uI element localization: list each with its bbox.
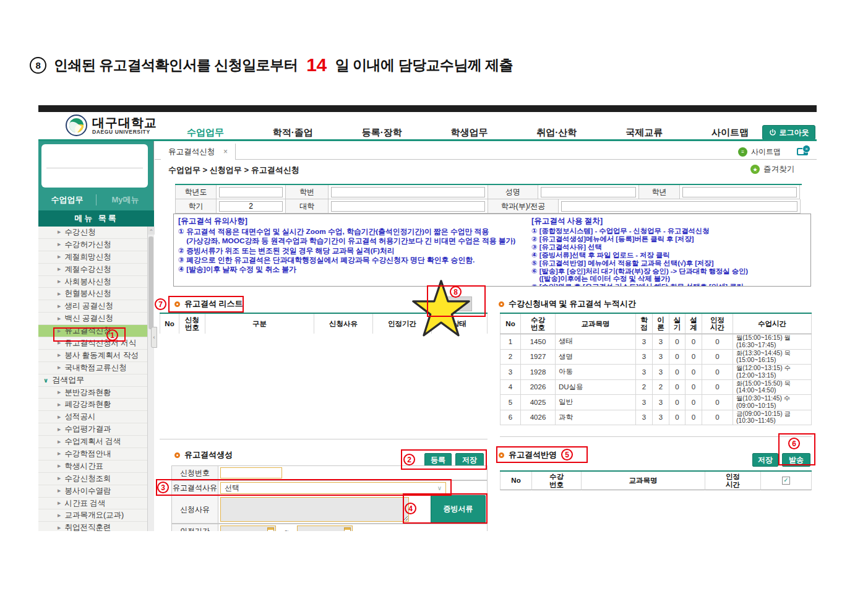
nav-item-취업·산학[interactable]: 취업·산학 (536, 127, 577, 139)
sidebar-item[interactable]: ▶봉사이수열람 (38, 485, 147, 498)
enrollment-cell: 0 (669, 395, 685, 410)
evidence-button[interactable]: 증빙서류 (431, 495, 486, 523)
enrollment-cell: 일반 (556, 395, 636, 410)
nav-item-학적·졸업[interactable]: 학적·졸업 (273, 127, 313, 139)
sidebar-collapse-handle[interactable]: ‹ (151, 327, 157, 348)
student-info-form: 학년도 학번 성명 학년 학기 대학 학과(부)/전공 (175, 184, 802, 214)
nav-item-국제교류[interactable]: 국제교류 (625, 127, 663, 139)
logout-button[interactable]: 로그아웃 (762, 125, 815, 140)
breadcrumb-row: 수업업무 > 신청업무 > 유고결석신청 ★ 즐겨찾기 (155, 160, 817, 178)
sidebar-item-label: 수업평가결과 (64, 424, 111, 435)
arrow-right-icon: ▶ (58, 353, 61, 358)
select-all-checkbox[interactable]: ✓ (782, 477, 790, 485)
sidebar-item[interactable]: ▶봉사 활동계획서 작성 (38, 350, 147, 362)
enrollment-cell: 1928 (521, 365, 556, 380)
close-icon[interactable]: × (223, 147, 228, 156)
scroll-up-icon[interactable]: ^ (148, 227, 155, 235)
apply-no-input[interactable] (220, 467, 282, 478)
register-button[interactable]: 등록 (424, 453, 452, 467)
sidebar-item[interactable]: ▶취업전직훈련 (38, 522, 147, 531)
enrollment-cell: 3 (500, 365, 521, 380)
sidebar-item[interactable]: ▶분반강좌현황 (38, 387, 147, 399)
college-input[interactable] (331, 201, 485, 212)
sidebar-item[interactable]: ∨검색업무 (38, 374, 147, 387)
name-input[interactable] (541, 187, 636, 197)
enrollment-cell: 3 (653, 365, 669, 380)
sidebar-item-label: 수강신청 (64, 227, 95, 238)
sidebar-item[interactable]: ▶계절희망신청 (38, 251, 147, 264)
nav-item-등록·장학[interactable]: 등록·장학 (362, 127, 402, 139)
university-logo[interactable]: 대구대학교 DAEGU UNIVERSITY (66, 115, 157, 136)
calendar-icon[interactable] (344, 527, 351, 531)
grade-input[interactable] (682, 187, 797, 197)
chevron-down-icon: ∨ (437, 485, 442, 491)
favorite-link[interactable]: ★ 즐겨찾기 (750, 164, 794, 175)
sidebar-item[interactable]: ▶계절수강신청 (38, 264, 147, 276)
reason-textarea[interactable] (220, 497, 409, 522)
student-id-input[interactable] (331, 187, 485, 197)
notice-cautions-lines: ① 유고결석 적용은 대면수업 및 실시간 Zoom 수업, 학습기간(출석인정… (178, 227, 525, 274)
sidebar-item[interactable]: ▶헌혈봉사신청 (38, 288, 147, 300)
sidebar-item[interactable]: ▶수강신청 (38, 227, 147, 239)
enrollment-cell: 3 (636, 365, 653, 380)
sidebar-item[interactable]: ▶수강학점안내 (38, 448, 147, 460)
arrow-right-icon: ▶ (58, 292, 61, 296)
year-input[interactable] (219, 187, 283, 197)
column-header: 실 기 (669, 314, 685, 334)
period-start-input[interactable] (220, 525, 276, 531)
sidebar-item[interactable]: ▶유고결석신청 (38, 325, 147, 337)
sidebar-item[interactable]: ▶성적공시 (38, 411, 147, 423)
arrow-right-icon: ▶ (58, 390, 61, 395)
create-save-button[interactable]: 저장 (455, 453, 484, 467)
nav-item-사이트맵[interactable]: 사이트맵 (711, 127, 749, 139)
sidebar-item[interactable]: ▶학생시간표 (38, 460, 147, 473)
arrow-right-icon: ▶ (58, 501, 61, 506)
portal-header: 대구대학교 DAEGU UNIVERSITY 수업업무학적·졸업등록·장학학생업… (38, 112, 817, 139)
sidebar-item-label: 수강신청조회 (64, 473, 111, 484)
sidebar-item[interactable]: ▶수업계획서 검색 (38, 436, 147, 448)
sidebar-item[interactable]: ▶시간표 검색 (38, 498, 147, 510)
sidebar-item-label: 취업전직훈련 (64, 522, 111, 531)
enrollment-row: 21927생명33000화(13:30~14:45) 목(15:00~16:15… (500, 350, 812, 365)
sidebar-tab-mymenu[interactable]: My메뉴 (97, 194, 154, 205)
notice-cautions-title: [유고결석 유의사항] (178, 216, 525, 227)
arrow-right-icon: ▶ (58, 488, 61, 493)
dept-input[interactable] (561, 201, 797, 212)
notice-line: ⑦ [승인]완료 후 [유고결석 리스트]에서 해당 항목 선택후 [인쇄] 클… (531, 283, 810, 287)
column-header: 학 점 (636, 314, 653, 334)
sidebar-item[interactable]: ▶국내학점교류신청 (38, 362, 147, 374)
reason-type-select[interactable]: 선택 ∨ (220, 482, 446, 494)
sidebar-item[interactable]: ▶수업평가결과 (38, 423, 147, 436)
apply-save-button[interactable]: 저장 (752, 453, 778, 467)
notice-line: ① 유고결석 적용은 대면수업 및 실시간 Zoom 수업, 학습기간(출석인정… (178, 227, 525, 236)
sidebar-item[interactable]: ▶수강신청조회 (38, 473, 147, 485)
sidebar-item-label: 생리 공결신청 (64, 301, 113, 311)
period-end-input[interactable] (297, 525, 353, 531)
enrollment-cell: 0 (669, 410, 685, 426)
sidebar-item[interactable]: ▶백신 공결신청 (38, 313, 147, 325)
arrow-right-icon: ▶ (58, 451, 61, 456)
print-button[interactable]: 인쇄 (437, 296, 472, 311)
sidebar-item[interactable]: ▶교과목개요(교과) (38, 509, 147, 522)
sitemap-link[interactable]: ≡ 사이트맵 (738, 147, 781, 157)
sidebar-item[interactable]: ▶사회봉사신청 (38, 276, 147, 288)
absence-list-body (160, 334, 488, 439)
sidebar-tab-work[interactable]: 수업업무 (38, 194, 96, 205)
window-popup-icon[interactable] (797, 148, 808, 155)
column-header: 수업시간 (733, 314, 812, 334)
document-tab[interactable]: 유고결석신청 × (161, 144, 236, 160)
sidebar-item[interactable]: ▶수강허가신청 (38, 239, 147, 251)
term-input[interactable] (219, 201, 283, 212)
scrollbar-thumb[interactable] (148, 236, 153, 329)
nav-item-학생업무[interactable]: 학생업무 (450, 127, 488, 139)
sidebar-item[interactable]: ▶유고결석신청서 서식 (38, 337, 147, 350)
column-header: 수강 번호 (521, 314, 556, 334)
absence-list-table: No신청 번호구분신청사유인정기간상태 (160, 313, 488, 334)
sidebar-scrollbar[interactable]: ^ (147, 227, 154, 531)
send-button[interactable]: 발송 (782, 453, 810, 467)
calendar-icon[interactable] (267, 527, 274, 531)
sidebar-item[interactable]: ▶생리 공결신청 (38, 300, 147, 313)
enrollment-cell: 0 (685, 350, 702, 365)
nav-item-수업업무[interactable]: 수업업무 (187, 127, 224, 139)
sidebar-item[interactable]: ▶폐강강좌현황 (38, 399, 147, 411)
